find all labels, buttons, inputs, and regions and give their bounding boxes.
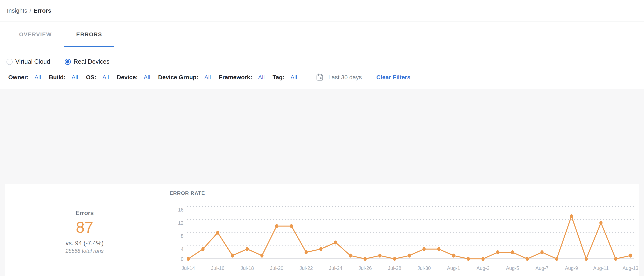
platform-radio-option[interactable]: Virtual Cloud xyxy=(6,58,50,65)
svg-text:Jul-16: Jul-16 xyxy=(211,265,224,271)
svg-text:Aug-1: Aug-1 xyxy=(447,265,460,271)
svg-text:16: 16 xyxy=(178,207,184,213)
breadcrumb-section-link[interactable]: Insights xyxy=(7,7,27,14)
filter-group: Framework: All xyxy=(219,74,264,81)
calendar-icon[interactable] xyxy=(316,73,324,81)
svg-text:Aug-13: Aug-13 xyxy=(622,265,638,271)
platform-toggle: Virtual Cloud Real Devices xyxy=(6,56,110,68)
tab[interactable]: ERRORS xyxy=(64,22,114,47)
active-tab-underline xyxy=(64,46,114,47)
filter-group: Owner: All xyxy=(8,74,41,81)
svg-text:Aug-11: Aug-11 xyxy=(593,265,609,271)
filter-label: Build: xyxy=(49,74,66,81)
filter-value-link[interactable]: All xyxy=(258,74,264,81)
filter-group: Build: All xyxy=(49,74,78,81)
date-range-label[interactable]: Last 30 days xyxy=(328,74,362,81)
breadcrumb-current: Errors xyxy=(34,7,51,14)
filter-value-link[interactable]: All xyxy=(72,74,78,81)
filter-label: OS: xyxy=(86,74,96,81)
svg-text:Jul-26: Jul-26 xyxy=(358,265,372,271)
date-range-picker[interactable]: Last 30 days xyxy=(316,73,362,81)
clear-filters-link[interactable]: Clear Filters xyxy=(376,74,410,81)
svg-text:Aug-9: Aug-9 xyxy=(565,265,578,271)
content-background: Errors 87 vs. 94 (-7.4%) 28568 total run… xyxy=(0,89,644,276)
breadcrumb: Insights / Errors xyxy=(0,0,644,22)
filter-group: Tag: All xyxy=(273,74,297,81)
filter-value-link[interactable]: All xyxy=(204,74,211,81)
tab-label: ERRORS xyxy=(76,31,102,38)
svg-text:Jul-30: Jul-30 xyxy=(418,265,431,271)
filter-group: Device Group: All xyxy=(158,74,211,81)
tab[interactable]: OVERVIEW xyxy=(7,22,64,47)
insights-errors-page: Insights / Errors OVERVIEW ERRORS Virtua… xyxy=(0,0,644,276)
svg-text:Jul-22: Jul-22 xyxy=(300,265,313,271)
filter-label: Owner: xyxy=(8,74,28,81)
filter-value-link[interactable]: All xyxy=(102,74,109,81)
filter-label: Device: xyxy=(117,74,138,81)
svg-text:Jul-28: Jul-28 xyxy=(388,265,401,271)
filter-bar: Owner: All Build: All OS: All Device: Al… xyxy=(8,71,637,83)
error-rate-line-chart: 0481216Jul-14Jul-16Jul-18Jul-20Jul-22Jul… xyxy=(5,184,640,276)
tab-label: OVERVIEW xyxy=(19,31,52,38)
svg-text:Aug-5: Aug-5 xyxy=(506,265,519,271)
tab-bar: OVERVIEW ERRORS xyxy=(0,22,644,47)
svg-text:Jul-18: Jul-18 xyxy=(240,265,254,271)
radio-label: Virtual Cloud xyxy=(15,58,50,65)
filter-group: OS: All xyxy=(86,74,109,81)
svg-text:Jul-24: Jul-24 xyxy=(329,265,342,271)
radio-button-icon[interactable] xyxy=(65,59,71,65)
platform-radio-option[interactable]: Real Devices xyxy=(65,58,110,65)
filter-groups: Owner: All Build: All OS: All Device: Al… xyxy=(8,74,305,81)
svg-text:Aug-7: Aug-7 xyxy=(536,265,548,271)
radio-label: Real Devices xyxy=(74,58,110,65)
error-summary-card: Errors 87 vs. 94 (-7.4%) 28568 total run… xyxy=(5,184,639,276)
svg-text:8: 8 xyxy=(181,233,184,239)
svg-text:Jul-20: Jul-20 xyxy=(270,265,284,271)
filter-label: Tag: xyxy=(273,74,285,81)
svg-text:12: 12 xyxy=(178,220,184,226)
breadcrumb-separator: / xyxy=(30,7,31,14)
svg-text:0: 0 xyxy=(181,256,184,262)
svg-text:Aug-3: Aug-3 xyxy=(476,265,490,271)
radio-button-icon[interactable] xyxy=(6,59,12,65)
svg-text:Jul-14: Jul-14 xyxy=(182,265,195,271)
filter-value-link[interactable]: All xyxy=(290,74,297,81)
filter-group: Device: All xyxy=(117,74,150,81)
filter-value-link[interactable]: All xyxy=(34,74,41,81)
svg-text:4: 4 xyxy=(181,246,184,252)
filter-label: Framework: xyxy=(219,74,252,81)
filter-value-link[interactable]: All xyxy=(144,74,150,81)
filter-label: Device Group: xyxy=(158,74,198,81)
